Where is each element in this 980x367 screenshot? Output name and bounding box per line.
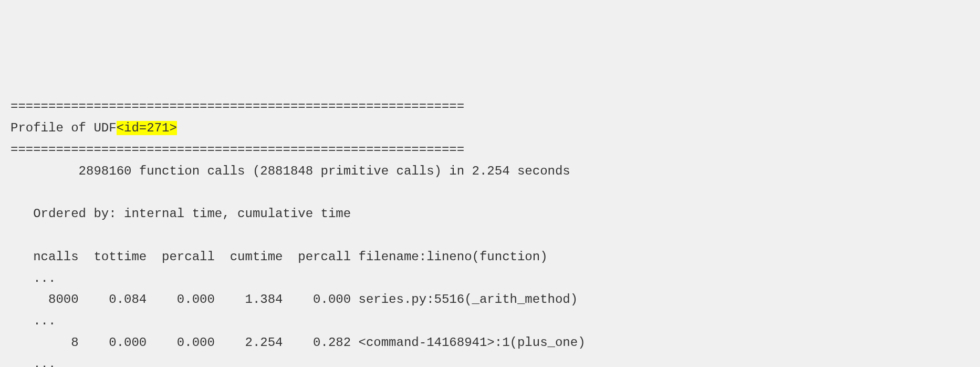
profile-output-block: ========================================…: [11, 96, 969, 367]
table-header: ncalls tottime percall cumtime percall f…: [11, 250, 548, 264]
separator-bottom: ========================================…: [11, 142, 464, 157]
profile-title-id: <id=271>: [117, 121, 177, 135]
ellipsis: ...: [11, 271, 56, 286]
table-row: 8000 0.084 0.000 1.384 0.000 series.py:5…: [11, 292, 578, 307]
separator-top: ========================================…: [11, 99, 464, 114]
profile-title-prefix: Profile of UDF: [11, 121, 117, 135]
table-row: 8 0.000 0.000 2.254 0.282 <command-14168…: [11, 335, 586, 350]
ellipsis: ...: [11, 314, 56, 328]
profile-summary: 2898160 function calls (2881848 primitiv…: [11, 164, 570, 178]
ordered-by: Ordered by: internal time, cumulative ti…: [11, 207, 351, 221]
ellipsis: ...: [11, 357, 56, 367]
